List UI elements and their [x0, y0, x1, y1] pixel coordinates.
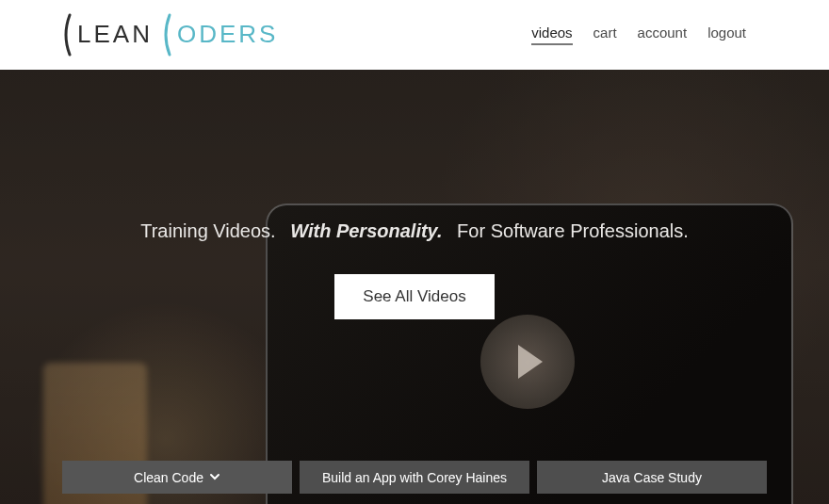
brand-word2: ODERS — [177, 20, 278, 48]
tab-clean-code[interactable]: Clean Code — [62, 461, 292, 494]
tagline-emphasis: With Personality. — [290, 220, 442, 241]
hero-tagline: Training Videos. With Personality. For S… — [0, 70, 829, 242]
tab-label: Java Case Study — [602, 470, 702, 485]
brand-word1: LEAN — [77, 20, 153, 48]
nav-link-account[interactable]: account — [638, 24, 688, 45]
tab-label: Clean Code — [134, 470, 203, 485]
header: LEAN ODERS videos cart account logout — [0, 0, 829, 70]
category-tabbar: Clean Code Build an App with Corey Haine… — [0, 461, 829, 504]
see-all-videos-button[interactable]: See All Videos — [334, 274, 494, 319]
hero: Training Videos. With Personality. For S… — [0, 70, 829, 504]
nav-link-videos[interactable]: videos — [531, 24, 572, 45]
tagline-part2: For Software Professionals. — [457, 220, 689, 241]
brand-logo-svg: LEAN ODERS — [62, 11, 281, 58]
primary-nav: videos cart account logout — [531, 24, 746, 45]
chevron-down-icon — [209, 470, 220, 485]
tab-build-an-app[interactable]: Build an App with Corey Haines — [300, 461, 529, 494]
tagline-part1: Training Videos. — [140, 220, 275, 241]
play-icon — [480, 315, 575, 409]
nav-link-cart[interactable]: cart — [593, 24, 617, 45]
brand-logo[interactable]: LEAN ODERS — [62, 11, 281, 58]
nav-link-logout[interactable]: logout — [707, 24, 746, 45]
tab-label: Build an App with Corey Haines — [322, 470, 507, 485]
tab-java-case-study[interactable]: Java Case Study — [537, 461, 767, 494]
